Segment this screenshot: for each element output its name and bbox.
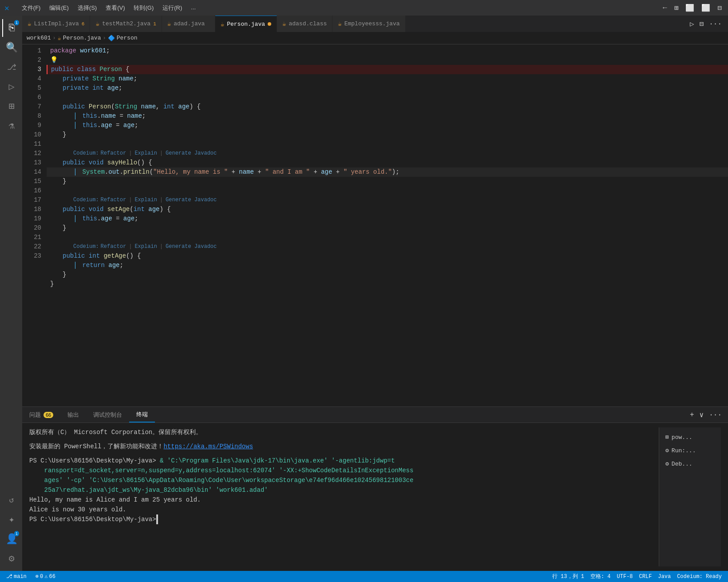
status-encoding[interactable]: UTF-8 [615,573,635,580]
tab-testmath2[interactable]: ☕ testMath2.java 1 [90,16,162,32]
terminal-prompt-2: PS C:\Users\86156\Desktop\My-java> [29,516,156,523]
activity-git[interactable]: ⎇ [2,58,20,76]
menu-goto[interactable]: 转到(G) [130,3,157,13]
activity-explorer[interactable]: ⎘ 1 [2,19,20,37]
codeium-refactor-2[interactable]: Refactor [101,195,127,205]
status-spaces[interactable]: 空格: 4 [589,573,613,580]
menu-file[interactable]: 文件(F) [18,3,44,13]
tab-label-employeesss: Employeesss.java [344,20,400,27]
branch-icon: ⎇ [6,573,12,580]
code-editor[interactable]: 1 2 3 4 5 6 7 8 9 10 11 12 13 14 15 16 1 [22,44,728,407]
search-icon: 🔍 [6,42,18,54]
explorer-badge: 1 [14,20,19,25]
codeium-generate-2[interactable]: Generate Javadoc [166,195,217,205]
powershell-link[interactable]: https://aka.ms/PSWindows [163,443,253,450]
terminal-more-button[interactable]: ··· [707,410,724,420]
status-eol[interactable]: CRLF [637,573,654,580]
terminal-panel-run[interactable]: ⚙ Run:... [663,444,717,458]
line-num-15: 15 [22,177,41,186]
layout-icon-1[interactable]: ⊞ [673,3,681,13]
ai-icon: ✦ [8,514,14,526]
line-num-2: 2 [22,56,41,65]
code-line-10: } [47,130,728,140]
activity-account[interactable]: 👤 1 [2,530,20,548]
layout-icon-2[interactable]: ⬜ [684,3,696,13]
more-button[interactable]: ··· [707,19,724,29]
remote-icon: ↺ [9,495,14,505]
breadcrumb-file[interactable]: Person.java [63,35,101,41]
terminal-panel-pow[interactable]: ⊞ pow... [663,431,717,444]
code-line-2: 💡 [47,56,728,65]
files-icon: ⎘ [9,23,15,34]
codeium-explain-2[interactable]: Explain [135,195,157,205]
titlebar: ✕ 文件(F) 编辑(E) 选择(S) 查看(V) 转到(G) 运行(R) ..… [0,0,728,16]
codeium-refactor-3[interactable]: Refactor [101,242,127,251]
tab-output[interactable]: 输出 [60,407,86,423]
tab-label-adasd: adasd.class [289,20,327,27]
activity-extensions[interactable]: ⊞ [2,97,20,115]
status-codeium[interactable]: Codeium: Ready [675,573,724,580]
activity-test[interactable]: ⚗ [2,117,20,135]
status-language[interactable]: Java [656,573,673,580]
codeium-generate-1[interactable]: Generate Javadoc [166,149,217,158]
layout-icon-4[interactable]: ⊟ [716,3,724,13]
line-num-14: 14 [22,167,41,177]
terminal-main[interactable]: 版权所有（C） Microsoft Corporation。保留所有权利。 安装… [29,427,659,566]
breadcrumb-class[interactable]: Person [117,35,138,41]
tab-badge-testmath2: 1 [153,21,156,27]
code-line-9: │this.age = age; [47,121,728,130]
codeium-refactor-1[interactable]: Refactor [101,149,127,158]
code-line-1: package work601; [47,46,728,56]
activity-search[interactable]: 🔍 [2,39,20,56]
run-button[interactable]: ▷ [688,19,696,29]
code-line-22: } [47,270,728,279]
main-layout: ⎘ 1 🔍 ⎇ ▷ ⊞ ⚗ ↺ ✦ 👤 1 [0,16,728,571]
tab-adad[interactable]: ☕ adad.java [162,16,215,32]
bulb-icon[interactable]: 💡 [50,56,58,65]
tab-problems[interactable]: 问题 66 [22,407,60,423]
breadcrumb-work601[interactable]: work601 [27,35,51,41]
codeium-explain-3[interactable]: Explain [135,242,157,251]
tab-listimpl[interactable]: ☕ ListImpl.java 6 [22,16,90,32]
code-line-14: } [47,177,728,186]
terminal-chevron-button[interactable]: ∨ [698,410,706,420]
back-button[interactable]: ← [661,3,669,13]
code-content[interactable]: package work601; 💡 public class Person {… [47,44,728,407]
menu-edit[interactable]: 编辑(E) [46,3,72,13]
status-errors[interactable]: ⊗ 0 ⚠ 66 [34,573,57,580]
tab-debug-console[interactable]: 调试控制台 [86,407,129,423]
menu-run[interactable]: 运行(R) [159,3,186,13]
status-codeium-label: Codeium: Ready [677,574,722,580]
activity-remote[interactable]: ↺ [2,491,20,509]
tab-employeesss[interactable]: ☕ Employeesss.java [332,16,405,32]
tab-terminal[interactable]: 终端 [129,407,155,423]
status-language-label: Java [658,574,671,580]
activity-run[interactable]: ▷ [2,78,20,96]
activity-ai[interactable]: ✦ [2,510,20,528]
codeium-explain-1[interactable]: Explain [135,149,157,158]
status-branch[interactable]: ⎇ main [4,573,28,580]
activity-settings[interactable]: ⚙ [2,550,20,567]
status-right: 行 13，列 1 空格: 4 UTF-8 CRLF Java Codeium: … [550,573,724,580]
status-line-col[interactable]: 行 13，列 1 [550,573,586,580]
terminal-add-button[interactable]: + [688,410,696,420]
code-line-20: public int getAge() { [47,251,728,261]
terminal-alice-line: Alice is now 30 years old. [29,505,659,514]
tab-label-person: Person.java [227,21,265,28]
activity-bar: ⎘ 1 🔍 ⎇ ▷ ⊞ ⚗ ↺ ✦ 👤 1 [0,16,22,571]
tab-icon-employeesss: ☕ [338,20,341,28]
line-num-22: 22 [22,242,41,251]
codeium-label-2: Codeium: [73,195,99,205]
tab-adasd[interactable]: ☕ adasd.class [277,16,332,32]
terminal-panel-deb[interactable]: ⚙ Deb... [663,458,717,471]
codeium-generate-3[interactable]: Generate Javadoc [166,242,217,251]
terminal-panel-deb-icon: ⚙ [665,459,669,469]
tab-person[interactable]: ☕ Person.java [215,16,277,32]
settings-icon: ⚙ [8,553,14,565]
menu-more[interactable]: ... [187,3,199,13]
menu-select[interactable]: 选择(S) [74,3,100,13]
layout-icon-3[interactable]: ⬜ [700,3,712,13]
status-warning-count: 66 [49,574,55,580]
split-button[interactable]: ⊟ [698,19,706,29]
menu-view[interactable]: 查看(V) [102,3,128,13]
